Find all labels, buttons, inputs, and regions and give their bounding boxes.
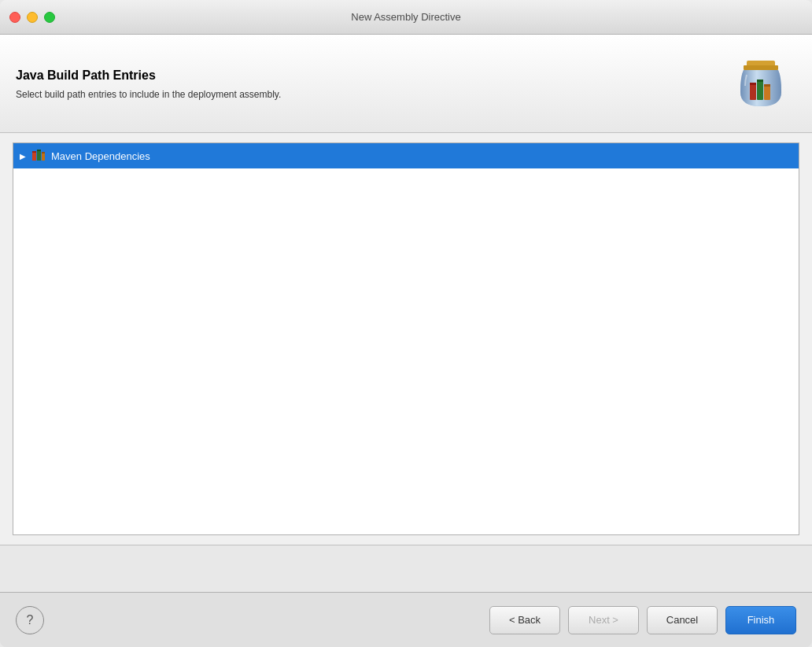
list-container[interactable]: ▶ Maven Dependencies	[13, 142, 799, 535]
toolbar-area	[0, 545, 812, 592]
svg-rect-10	[37, 150, 41, 161]
svg-rect-2	[750, 83, 756, 100]
svg-rect-1	[744, 65, 778, 70]
page-subtitle: Select build path entries to include in …	[16, 89, 725, 100]
maximize-button[interactable]	[44, 12, 55, 23]
svg-rect-11	[37, 150, 41, 151]
svg-rect-7	[764, 84, 770, 87]
main-area: ▶ Maven Dependencies	[0, 133, 812, 545]
close-button[interactable]	[9, 12, 20, 23]
svg-rect-4	[757, 79, 763, 100]
next-button[interactable]: Next >	[568, 606, 639, 634]
chevron-right-icon: ▶	[20, 152, 26, 161]
header-text: Java Build Path Entries Select build pat…	[16, 68, 725, 100]
header-icon-area	[725, 49, 796, 120]
finish-button[interactable]: Finish	[725, 606, 796, 634]
window-controls	[9, 12, 55, 23]
window-title: New Assembly Directive	[351, 11, 460, 23]
svg-rect-5	[757, 79, 763, 82]
cancel-button[interactable]: Cancel	[647, 606, 718, 634]
svg-rect-9	[32, 151, 36, 153]
minimize-button[interactable]	[27, 12, 38, 23]
help-button[interactable]: ?	[16, 606, 44, 634]
jar-icon	[729, 53, 792, 116]
list-item-label: Maven Dependencies	[51, 150, 150, 162]
back-button[interactable]: < Back	[489, 606, 560, 634]
title-bar: New Assembly Directive	[0, 0, 812, 35]
maven-books-icon	[31, 148, 46, 164]
svg-rect-13	[42, 152, 45, 153]
header-section: Java Build Path Entries Select build pat…	[0, 35, 812, 133]
list-item[interactable]: ▶ Maven Dependencies	[13, 143, 799, 168]
svg-rect-3	[750, 83, 756, 85]
page-title: Java Build Path Entries	[16, 68, 725, 83]
dialog-content: Java Build Path Entries Select build pat…	[0, 35, 812, 592]
footer: ? < Back Next > Cancel Finish	[0, 592, 812, 647]
